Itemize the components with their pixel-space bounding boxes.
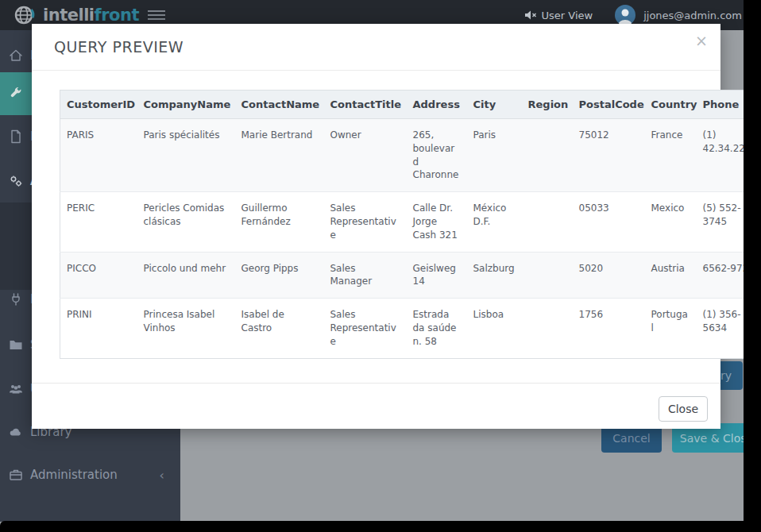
avatar[interactable] (615, 5, 635, 25)
table-cell: Paris spécialités (137, 119, 235, 192)
table-cell: Piccolo und mehr (137, 252, 235, 299)
plug-icon (8, 292, 24, 306)
save-close-label: Save & Close (680, 432, 753, 445)
table-cell (522, 252, 573, 299)
table-cell: Sales Representative (324, 192, 407, 252)
user-email: jjones@admin.com (643, 10, 742, 21)
column-header: CompanyName (137, 91, 235, 119)
table-cell: Mexico (645, 192, 697, 252)
person-icon (615, 5, 635, 25)
chevron-left-icon[interactable]: ‹ (160, 468, 164, 483)
table-cell: Isabel de Castro (235, 299, 324, 358)
table-cell: PERIC (60, 192, 137, 252)
table-cell: Portugal (645, 299, 697, 358)
table-cell: France (645, 119, 697, 192)
query-result-table-wrap: CustomerIDCompanyNameContactNameContactT… (60, 90, 761, 359)
column-header: City (467, 91, 522, 119)
table-cell: Salzburg (467, 252, 522, 299)
table-cell: Lisboa (467, 299, 522, 358)
cancel-label: Cancel (612, 432, 650, 445)
table-cell: México D.F. (467, 192, 522, 252)
modal-footer-divider (32, 383, 720, 384)
table-cell: Calle Dr. Jorge Cash 321 (407, 192, 467, 252)
table-cell: Princesa Isabel Vinhos (137, 299, 235, 358)
table-row: PRINIPrincesa Isabel VinhosIsabel de Cas… (60, 299, 761, 358)
close-icon[interactable]: × (695, 32, 708, 49)
user-view-label: User View (542, 10, 593, 21)
user-view-icon (524, 10, 537, 21)
modal-header-divider (32, 70, 720, 71)
table-cell: Austria (645, 252, 697, 299)
query-preview-modal: QUERY PREVIEW × CustomerIDCompanyNameCon… (32, 24, 720, 429)
column-header: Region (522, 91, 573, 119)
table-cell: Owner (324, 119, 407, 192)
table-cell: Paris (467, 119, 522, 192)
table-cell: Sales Manager (324, 252, 407, 299)
table-cell: Marie Bertrand (235, 119, 324, 192)
wrench-icon (8, 87, 24, 101)
screenshot-frame-bottom (0, 521, 761, 532)
briefcase-icon (8, 468, 24, 482)
table-row: PARISParis spécialitésMarie BertrandOwne… (60, 119, 761, 192)
table-cell (522, 119, 573, 192)
table-cell (522, 299, 573, 358)
sidebar-item-label: Administration (30, 468, 118, 482)
table-header: CustomerIDCompanyNameContactNameContactT… (60, 91, 761, 119)
table-cell: Georg Pipps (235, 252, 324, 299)
table-cell: PRINI (60, 299, 137, 358)
table-cell: Geislweg 14 (407, 252, 467, 299)
column-header: Address (407, 91, 467, 119)
table-cell: PARIS (60, 119, 137, 192)
table-cell: Pericles Comidas clásicas (137, 192, 235, 252)
document-icon (8, 129, 24, 144)
table-row: PICCOPiccolo und mehrGeorg PippsSales Ma… (60, 252, 761, 299)
menu-toggle-icon[interactable] (148, 10, 165, 20)
logo-text-front: front (95, 6, 139, 25)
table-cell: Estrada da saúde n. 58 (407, 299, 467, 358)
logo-text: intellifront (43, 6, 139, 25)
column-header: CustomerID (60, 91, 137, 119)
table-cell (522, 192, 573, 252)
sidebar-item-administration[interactable]: Administration ‹ (0, 453, 180, 496)
table-cell: PICCO (60, 252, 137, 299)
column-header: Country (645, 91, 697, 119)
close-button[interactable]: Close (659, 396, 708, 422)
logo-text-intelli: intelli (43, 6, 95, 25)
table-cell: 265, boulevard Charonne (407, 119, 467, 192)
screenshot-frame-right (744, 0, 761, 532)
table-cell: 05033 (573, 192, 645, 252)
table-cell: 75012 (573, 119, 645, 192)
table-row: PERICPericles Comidas clásicasGuillermo … (60, 192, 761, 252)
home-icon (8, 48, 24, 63)
folder-icon (8, 337, 24, 352)
table-cell: 1756 (573, 299, 645, 358)
gears-icon (8, 174, 24, 188)
column-header: ContactTitle (324, 91, 407, 119)
modal-title: QUERY PREVIEW (54, 38, 183, 56)
query-result-table: CustomerIDCompanyNameContactNameContactT… (60, 90, 761, 359)
column-header: PostalCode (573, 91, 645, 119)
table-cell: Sales Representative (324, 299, 407, 358)
users-icon (8, 382, 24, 396)
user-view-button[interactable]: User View (524, 10, 593, 21)
app-screen: intellifront User View jjones@admin.com (0, 0, 761, 532)
column-header: ContactName (235, 91, 324, 119)
cloud-icon (8, 425, 24, 439)
table-cell: 5020 (573, 252, 645, 299)
table-cell: Guillermo Fernández (235, 192, 324, 252)
preview-query-partial-label: ry (720, 369, 732, 382)
